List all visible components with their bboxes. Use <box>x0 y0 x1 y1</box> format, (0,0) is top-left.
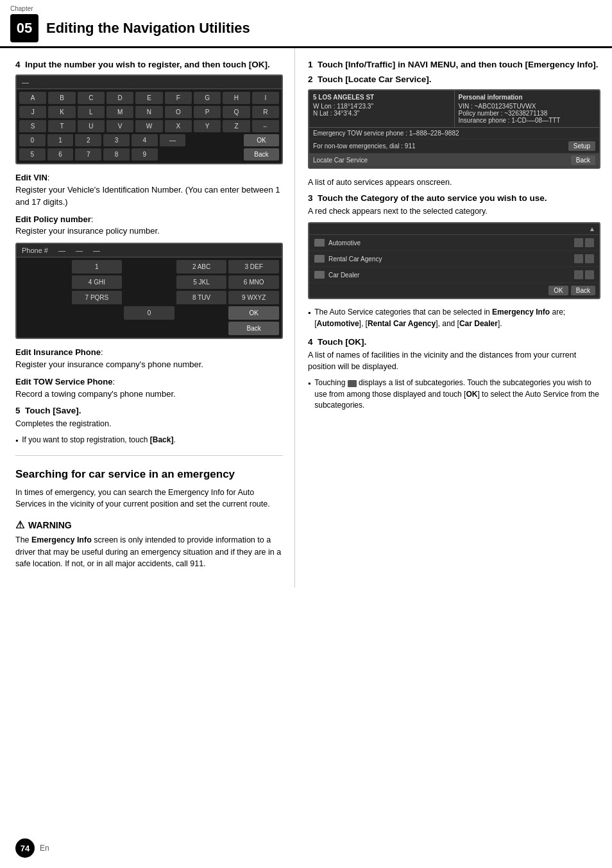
key-M[interactable]: M <box>106 106 133 118</box>
key-V[interactable]: V <box>106 120 133 132</box>
edit-policy-section: Edit Policy number: Register your insura… <box>15 214 283 238</box>
numpad-screen: Phone # — — — 1 2 ABC 3 DEF 4 GHI 5 JKL <box>15 243 283 339</box>
edit-policy-heading: Edit Policy number <box>15 214 91 224</box>
key-backspace[interactable]: ← <box>252 120 279 132</box>
key-U[interactable]: U <box>78 120 105 132</box>
num-empty7 <box>19 306 70 320</box>
key-5[interactable]: 5 <box>19 148 46 161</box>
category-back-button[interactable]: Back <box>571 286 595 295</box>
emergency-screen-top: 5 LOS ANGELES ST W Lon : 118°14'23.3" N … <box>309 91 599 128</box>
key-E[interactable]: E <box>135 92 162 104</box>
key-empty2 <box>216 134 242 146</box>
automotive-icon <box>314 239 325 247</box>
key-3[interactable]: 3 <box>103 134 130 146</box>
setup-button[interactable]: Setup <box>568 141 595 151</box>
key-G[interactable]: G <box>194 92 221 104</box>
numpad-rows: 1 2 ABC 3 DEF 4 GHI 5 JKL 6 MNO 7 PQRS <box>17 257 282 338</box>
non-emergency-text: For non-tow emergencies, dial : 911 <box>313 143 416 150</box>
key-2[interactable]: 2 <box>75 134 101 146</box>
num-8tuv[interactable]: 8 TUV <box>176 291 227 304</box>
key-B[interactable]: B <box>48 92 75 104</box>
rental-btn2[interactable] <box>585 254 594 263</box>
dealer-buttons <box>574 270 594 279</box>
key-W[interactable]: W <box>135 120 162 132</box>
key-back[interactable]: Back <box>244 148 279 161</box>
dealer-btn1[interactable] <box>574 270 583 279</box>
num-back[interactable]: Back <box>228 322 279 335</box>
keyboard-screen: — A B C D E F G H I J K L M <box>15 74 283 164</box>
num-empty6 <box>124 291 174 304</box>
key-D[interactable]: D <box>106 92 133 104</box>
key-T[interactable]: T <box>48 120 75 132</box>
locate-label[interactable]: Locate Car Service <box>313 157 368 164</box>
edit-vin-heading: Edit VIN <box>15 173 47 182</box>
num-7pqrs[interactable]: 7 PQRS <box>72 291 123 304</box>
key-J[interactable]: J <box>19 106 46 118</box>
rental-btn1[interactable] <box>574 254 583 263</box>
key-N[interactable]: N <box>135 106 162 118</box>
vin-value: VIN : ~ABC012345TUVWX <box>459 103 596 110</box>
key-K[interactable]: K <box>48 106 75 118</box>
key-O[interactable]: O <box>165 106 192 118</box>
key-S[interactable]: S <box>19 120 46 132</box>
key-Z[interactable]: Z <box>223 120 250 132</box>
key-Y[interactable]: Y <box>194 120 221 132</box>
key-A[interactable]: A <box>19 92 46 104</box>
num-6mno[interactable]: 6 MNO <box>228 275 279 289</box>
key-Q[interactable]: Q <box>223 106 250 118</box>
chapter-title: Editing the Navigation Utilities <box>46 20 250 37</box>
num-2abc[interactable]: 2 ABC <box>176 260 227 273</box>
kb-row-1: A B C D E F G H I <box>19 92 279 104</box>
step3-text: Touch the Category of the auto service y… <box>318 193 547 203</box>
edit-policy-text: Register your insurance policy number. <box>15 226 160 236</box>
chapter-number: 05 <box>10 14 38 42</box>
numpad-row-5: Back <box>19 322 279 335</box>
key-7[interactable]: 7 <box>75 148 101 161</box>
warning-icon: ⚠ <box>15 519 24 531</box>
key-C[interactable]: C <box>78 92 105 104</box>
category-ok-button[interactable]: OK <box>548 286 568 295</box>
right-column: 1 Touch [Info/Traffic] in NAVI MENU, and… <box>295 48 612 587</box>
key-F[interactable]: F <box>165 92 192 104</box>
key-L[interactable]: L <box>78 106 105 118</box>
ok-bold: OK <box>466 390 477 399</box>
page-header: Chapter 05 Editing the Navigation Utilit… <box>0 0 612 48</box>
step5-bullet-text: If you want to stop registration, touch … <box>22 435 175 446</box>
num-4ghi[interactable]: 4 GHI <box>72 275 123 289</box>
step5-sub: Completes the registration. <box>15 418 283 430</box>
num-0[interactable]: 0 <box>124 306 174 320</box>
num-9wxyz[interactable]: 9 WXYZ <box>228 291 279 304</box>
automotive-btn2[interactable] <box>585 238 594 247</box>
cat-row-automotive[interactable]: Automotive <box>309 235 599 251</box>
key-P[interactable]: P <box>194 106 221 118</box>
edit-insurance-section: Edit Insurance Phone: Register your insu… <box>15 347 283 371</box>
automotive-btn1[interactable] <box>574 238 583 247</box>
dash1: — <box>58 247 65 254</box>
num-1[interactable]: 1 <box>72 260 123 273</box>
key-6[interactable]: 6 <box>47 148 74 161</box>
edit-insurance-heading: Edit Insurance Phone <box>15 347 101 357</box>
non-emergency-row: For non-tow emergencies, dial : 911 Setu… <box>309 139 599 153</box>
key-R[interactable]: R <box>252 106 279 118</box>
dealer-btn2[interactable] <box>585 270 594 279</box>
key-0[interactable]: 0 <box>19 134 46 146</box>
key-I[interactable]: I <box>252 92 279 104</box>
key-8[interactable]: 8 <box>103 148 130 161</box>
key-4[interactable]: 4 <box>132 134 158 146</box>
num-3def[interactable]: 3 DEF <box>228 260 279 273</box>
back-button-emergency[interactable]: Back <box>571 155 595 165</box>
key-dash[interactable]: — <box>160 134 186 146</box>
key-ok[interactable]: OK <box>244 134 279 146</box>
num-5jkl[interactable]: 5 JKL <box>176 275 227 289</box>
key-H[interactable]: H <box>223 92 250 104</box>
cat-row-rental[interactable]: Rental Car Agency <box>309 251 599 267</box>
num-ok[interactable]: OK <box>228 306 279 320</box>
key-empty3 <box>160 148 186 161</box>
key-X[interactable]: X <box>165 120 192 132</box>
key-9[interactable]: 9 <box>132 148 158 161</box>
key-1[interactable]: 1 <box>47 134 74 146</box>
cat-row-dealer[interactable]: Car Dealer <box>309 267 599 283</box>
emergency-right: Personal information VIN : ~ABC012345TUV… <box>455 91 600 127</box>
subcategory-icon <box>348 380 357 387</box>
bullet-icon: ▪ <box>15 435 18 446</box>
